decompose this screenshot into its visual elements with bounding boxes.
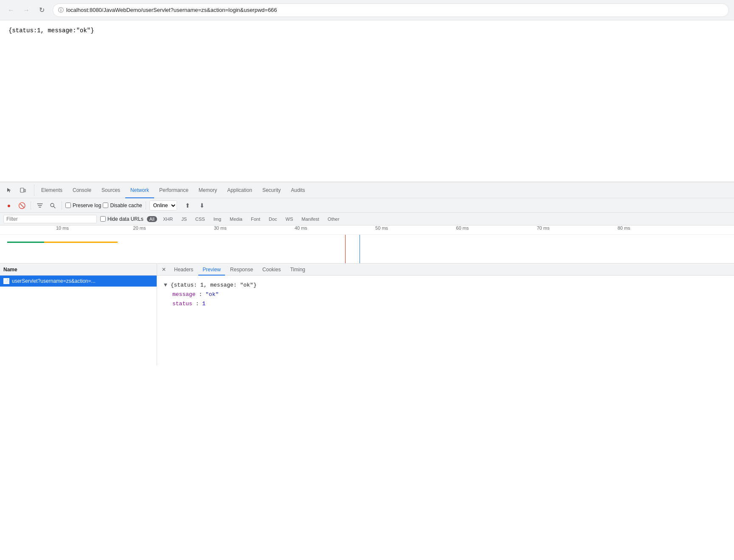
preserve-log-checkbox[interactable] [65, 203, 71, 208]
hide-data-urls-checkbox[interactable] [100, 216, 106, 222]
disable-cache-checkbox[interactable] [103, 203, 108, 208]
timing-line-blue [360, 235, 360, 264]
network-main: Name 📄 userServlet?username=zs&action=..… [0, 264, 734, 366]
back-button[interactable]: ← [5, 4, 17, 16]
timeline-label-70ms: 70 ms [537, 225, 549, 231]
tab-network[interactable]: Network [125, 182, 154, 198]
filter-type-img[interactable]: Img [211, 216, 224, 222]
json-status-line: status : 1 [164, 299, 727, 309]
name-row-text: userServlet?username=zs&action=... [12, 278, 153, 284]
page-response-text: {status:1, message:"ok"} [8, 27, 94, 34]
address-bar[interactable]: ⓘ [53, 3, 729, 17]
detail-content: ▼ {status: 1, message: "ok"} message : "… [157, 276, 734, 314]
timeline-bar-orange [44, 242, 118, 243]
preserve-log-label[interactable]: Preserve log [65, 203, 101, 208]
detail-tab-cookies[interactable]: Cookies [258, 264, 285, 276]
tab-elements[interactable]: Elements [36, 182, 67, 198]
online-select-wrap: Online [149, 200, 177, 211]
filter-type-doc[interactable]: Doc [266, 216, 280, 222]
svg-rect-0 [20, 188, 24, 192]
disable-cache-label[interactable]: Disable cache [103, 203, 142, 208]
tab-application[interactable]: Application [222, 182, 257, 198]
timeline-label-50ms: 50 ms [375, 225, 388, 231]
download-button[interactable]: ⬇ [197, 200, 208, 211]
json-message-value: "ok" [205, 291, 219, 298]
filter-type-media[interactable]: Media [227, 216, 245, 222]
timeline-labels: 10 ms 20 ms 30 ms 40 ms 50 ms 60 ms 70 m… [0, 225, 734, 235]
hide-data-urls-text: Hide data URLs [107, 216, 143, 222]
timeline-label-40ms: 40 ms [295, 225, 307, 231]
name-header: Name [0, 264, 157, 276]
upload-download-group: ⬆ ⬇ [182, 200, 208, 211]
tab-console[interactable]: Console [67, 182, 96, 198]
svg-line-3 [53, 206, 55, 208]
devtools-icon-group [3, 184, 34, 196]
json-status-key: status [172, 301, 192, 307]
cursor-icon-button[interactable] [3, 184, 15, 196]
refresh-button[interactable]: ↻ [36, 4, 48, 16]
json-colon-1: : [199, 291, 205, 298]
forward-button[interactable]: → [20, 4, 32, 16]
json-message-key: message [172, 291, 196, 298]
tab-security[interactable]: Security [257, 182, 286, 198]
hide-data-urls-label[interactable]: Hide data URLs [100, 216, 143, 222]
tab-memory[interactable]: Memory [194, 182, 222, 198]
devtools-panel: Elements Console Sources Network Perform… [0, 182, 734, 366]
filter-toggle-button[interactable] [34, 200, 45, 211]
filter-type-xhr[interactable]: XHR [160, 216, 175, 222]
json-triangle[interactable]: ▼ [164, 282, 167, 288]
timeline-label-30ms: 30 ms [214, 225, 227, 231]
clear-button[interactable]: 🚫 [16, 200, 27, 211]
filter-type-font[interactable]: Font [248, 216, 263, 222]
timeline-bar: 10 ms 20 ms 30 ms 40 ms 50 ms 60 ms 70 m… [0, 225, 734, 264]
preserve-log-text: Preserve log [73, 203, 101, 208]
name-row[interactable]: 📄 userServlet?username=zs&action=... [0, 276, 157, 287]
filter-bar: Hide data URLs All XHR JS CSS Img Media … [0, 213, 734, 225]
filter-type-other[interactable]: Other [325, 216, 342, 222]
nav-buttons: ← → ↻ [5, 4, 48, 16]
filter-type-ws[interactable]: WS [283, 216, 296, 222]
json-root-brace: {status: 1, message: "ok"} [171, 282, 257, 288]
devtools-toolbar: ● 🚫 Preserve log Disable cache Online ⬆ … [0, 198, 734, 213]
toolbar-separator-3 [146, 201, 146, 210]
json-root-line: ▼ {status: 1, message: "ok"} [164, 281, 727, 290]
online-select[interactable]: Online [149, 200, 177, 211]
timeline-label-10ms: 10 ms [56, 225, 69, 231]
tab-performance[interactable]: Performance [154, 182, 194, 198]
filter-type-manifest[interactable]: Manifest [299, 216, 322, 222]
svg-rect-1 [24, 189, 25, 192]
detail-tabs: × Headers Preview Response Cookies Timin… [157, 264, 734, 276]
filter-type-css[interactable]: CSS [193, 216, 208, 222]
upload-button[interactable]: ⬆ [182, 200, 193, 211]
disable-cache-text: Disable cache [110, 203, 142, 208]
timeline-graph [0, 235, 734, 264]
file-icon: 📄 [3, 278, 9, 284]
toolbar-separator-1 [31, 201, 31, 210]
search-button[interactable] [47, 200, 58, 211]
filter-input[interactable] [3, 215, 97, 223]
page-content: {status:1, message:"ok"} [0, 20, 734, 182]
tab-audits[interactable]: Audits [286, 182, 310, 198]
tab-sources[interactable]: Sources [96, 182, 125, 198]
detail-tab-timing[interactable]: Timing [286, 264, 309, 276]
filter-type-js[interactable]: JS [179, 216, 189, 222]
timeline-label-60ms: 60 ms [456, 225, 469, 231]
lock-icon: ⓘ [58, 6, 64, 14]
detail-tab-preview[interactable]: Preview [198, 264, 225, 276]
timeline-label-80ms: 80 ms [618, 225, 630, 231]
filter-type-all[interactable]: All [147, 216, 157, 222]
timeline-label-20ms: 20 ms [133, 225, 146, 231]
detail-tab-response[interactable]: Response [226, 264, 257, 276]
devtools-tabs-bar: Elements Console Sources Network Perform… [0, 182, 734, 198]
json-status-value: 1 [202, 301, 205, 307]
browser-chrome: ← → ↻ ⓘ [0, 0, 734, 20]
record-button[interactable]: ● [3, 200, 14, 211]
detail-tab-headers[interactable]: Headers [170, 264, 197, 276]
url-input[interactable] [66, 7, 723, 13]
device-icon-button[interactable] [17, 184, 29, 196]
detail-close-button[interactable]: × [159, 265, 169, 275]
name-panel: Name 📄 userServlet?username=zs&action=..… [0, 264, 157, 366]
timing-line-red [345, 235, 346, 264]
timeline-bar-green [7, 242, 44, 243]
json-colon-2: : [196, 301, 202, 307]
